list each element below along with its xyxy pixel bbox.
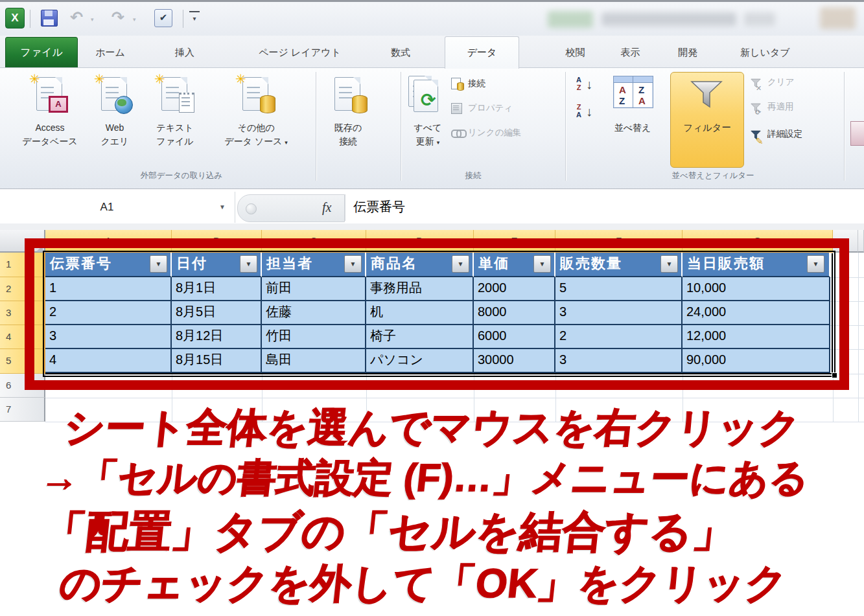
tab-data[interactable]: データ [445, 36, 519, 69]
properties-icon [451, 102, 463, 114]
group-label-get-external: 外部データの取り込み [91, 170, 272, 182]
gridline [45, 398, 864, 398]
clear-filter-button: ✕ クリア [751, 73, 794, 91]
annotation-line-2: →「セルの書式設定 (F)…」メニューにある [38, 452, 811, 505]
group-separator [401, 72, 401, 181]
ribbon-data: ✳ A Accessデータベース ✳ Webクエリ ✳ [0, 67, 864, 189]
name-box[interactable]: A1 ▼ [0, 192, 235, 223]
tab-review[interactable]: 校閲 [551, 37, 600, 67]
clipped-ribbon-button [850, 121, 864, 146]
tab-new-tab[interactable]: 新しいタブ [725, 37, 806, 67]
excel-app-icon[interactable]: X [5, 8, 25, 29]
group-inner-separator [316, 72, 316, 181]
sort-dialog-icon[interactable]: A Z Z A [613, 76, 653, 108]
clear-filter-icon: ✕ [751, 76, 762, 88]
advanced-filter-button[interactable]: ✎ 詳細設定 [751, 125, 802, 143]
tab-formulas[interactable]: 数式 [375, 37, 426, 67]
column-header-next[interactable] [858, 230, 864, 253]
advanced-filter-icon: ✎ [751, 128, 762, 140]
save-icon [41, 10, 58, 27]
edit-links-button: リンクの編集 [451, 124, 521, 142]
filter-button-label: フィルター [671, 122, 743, 134]
excel-window: X ↶ ▾ ↷ ▾ ✔ ▾ ファイル ホーム 挿入 ページ レイアウト 数式 デ… [0, 0, 864, 616]
title-bar: X ↶ ▾ ↷ ▾ ✔ ▾ [0, 0, 864, 38]
annotation-line-1: シート全体を選んでマウスを右クリック [62, 400, 803, 455]
sort-button-label[interactable]: 並べ替え [603, 121, 662, 135]
existing-connections-button[interactable] [332, 73, 364, 116]
web-query-button[interactable]: ✳ [99, 73, 131, 116]
access-database-button[interactable]: ✳ A [34, 73, 66, 116]
existing-connections-icon [334, 77, 360, 111]
blurred-corner-element [820, 7, 856, 29]
annotation-line-4: のチェックを外して「OK」をクリック [57, 556, 790, 611]
undo-icon[interactable]: ↶ [70, 10, 83, 25]
sort-asc-arrow-icon: ↓ [586, 77, 592, 92]
tab-view[interactable]: 表示 [606, 37, 655, 67]
qat-separator [183, 10, 183, 28]
other-sources-icon: ✳ [242, 77, 268, 111]
formula-bar-circle-icon [246, 203, 257, 214]
formula-bar-cap: fx [237, 194, 345, 222]
connections-button[interactable]: 接続 [451, 74, 485, 93]
sort-descending-button[interactable]: ZA ↓ [573, 103, 604, 126]
qat-checkbox-button[interactable]: ✔ [154, 9, 172, 27]
redo-icon[interactable]: ↷ [111, 10, 124, 25]
undo-dropdown-icon[interactable]: ▾ [91, 16, 94, 23]
redo-dropdown-icon[interactable]: ▾ [133, 16, 136, 23]
save-button[interactable] [39, 8, 58, 28]
group-label-connections: 接続 [415, 170, 531, 182]
formula-grid-gap [0, 223, 864, 230]
other-sources-button[interactable]: ✳ [240, 73, 272, 116]
dropdown-arrow-icon: ▾ [285, 139, 288, 146]
existing-connections-label[interactable]: 既存の接続 [322, 121, 374, 148]
text-file-icon: ✳ [161, 77, 187, 111]
access-database-label[interactable]: Accessデータベース [14, 121, 86, 148]
access-database-icon: ✳ A [36, 77, 62, 111]
blurred-title-icon [548, 11, 593, 28]
filter-button[interactable]: フィルター [670, 72, 744, 168]
group-separator [565, 72, 566, 181]
sort-desc-arrow-icon: ↓ [586, 104, 592, 119]
formula-bar: A1 ▼ fx 伝票番号 [0, 192, 864, 224]
group-label-sort-filter: 並べ替えとフィルター [622, 170, 804, 182]
formula-bar-divider [345, 194, 345, 221]
annotation-line-3: 「配置」タブの「セルを結合する」 [40, 503, 739, 561]
text-file-label[interactable]: テキストファイル [146, 121, 204, 148]
formula-bar-value[interactable]: 伝票番号 [353, 198, 405, 216]
funnel-icon [690, 80, 723, 110]
tab-developer[interactable]: 開発 [662, 37, 713, 67]
blurred-title-text [601, 12, 736, 26]
connections-icon [451, 78, 463, 89]
sort-ascending-button[interactable]: AZ ↓ [573, 76, 604, 99]
refresh-all-button[interactable]: ⟳ [407, 73, 449, 116]
web-query-icon: ✳ [101, 77, 127, 111]
ribbon-tab-row: ファイル ホーム 挿入 ページ レイアウト 数式 データ 校閲 表示 開発 新し… [0, 36, 864, 67]
annotation-rectangle [25, 238, 849, 390]
row-header-7[interactable]: 7 [0, 398, 45, 422]
reapply-icon: ⟳ [751, 101, 762, 113]
group-separator [844, 72, 845, 181]
tab-file[interactable]: ファイル [5, 37, 78, 69]
tab-page-layout[interactable]: ページ レイアウト [237, 37, 363, 67]
text-file-button[interactable]: ✳ [159, 73, 191, 116]
gridline [858, 253, 859, 422]
properties-button: プロパティ [451, 99, 513, 117]
name-box-value: A1 [0, 192, 214, 223]
edit-links-icon [451, 127, 463, 139]
blurred-title-text [744, 12, 775, 26]
web-query-label[interactable]: Webクエリ [86, 121, 144, 148]
refresh-all-label[interactable]: すべて 更新 ▾ [402, 121, 454, 150]
other-sources-label[interactable]: その他の データ ソース ▾ [207, 121, 305, 150]
tab-home[interactable]: ホーム [88, 37, 133, 67]
reapply-button: ⟳ 再適用 [751, 98, 794, 116]
qat-more-button[interactable]: ▾ [189, 11, 200, 27]
tab-insert[interactable]: 挿入 [162, 37, 207, 67]
qat-separator [30, 10, 30, 28]
name-box-dropdown-icon[interactable]: ▼ [219, 203, 226, 211]
insert-function-icon[interactable]: fx [322, 200, 331, 215]
dropdown-arrow-icon: ▾ [437, 139, 440, 146]
